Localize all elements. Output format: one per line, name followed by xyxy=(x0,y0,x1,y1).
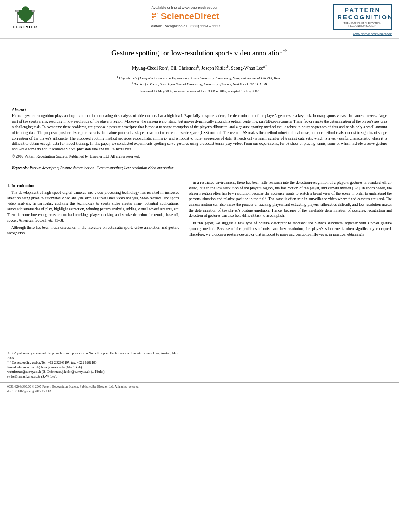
elsevier-label: ELSEVIER xyxy=(13,25,38,29)
paper-title: Gesture spotting for low-resolution spor… xyxy=(24,47,375,58)
email-values: mcroh@image.korea.ac.kr (M.-C. Roh), xyxy=(31,366,83,369)
footnote-emails: E-mail addresses: mcroh@image.korea.ac.k… xyxy=(7,365,179,370)
abstract-section: Abstract Human gesture recognition plays… xyxy=(0,104,399,162)
journal-info: Pattern Recognition 41 (2008) 1124 – 113… xyxy=(151,24,220,28)
footnote-emails-3: swlee@image.korea.ac.kr (S.-W. Lee). xyxy=(7,374,179,379)
footnote-corresponding: * * Corresponding author. Tel.: +82 2 32… xyxy=(7,360,179,365)
bottom-bar-issn: 0031-3203/$30.00 © 2007 Pattern Recognit… xyxy=(7,384,392,389)
footnote-star: ☆ ☆ A preliminary version of this paper … xyxy=(7,351,179,360)
available-online-text: Available online at www.sciencedirect.co… xyxy=(152,6,220,10)
keywords-text: Keywords: Posture descriptor; Posture de… xyxy=(12,165,387,171)
received-dates: Received 13 May 2006; received in revise… xyxy=(24,89,375,93)
sciencedirect-name: ScienceDirect xyxy=(161,11,220,22)
keywords-section: Keywords: Posture descriptor; Posture de… xyxy=(0,163,399,173)
intro-left-text: The development of high-speed digital ca… xyxy=(7,190,179,236)
title-star: ☆ xyxy=(283,48,288,54)
elsevier-tree-icon xyxy=(13,4,37,24)
two-column-body: 1. Introduction The development of high-… xyxy=(0,180,399,381)
elsevier-link[interactable]: www.elsevier.com/locate/pr xyxy=(353,32,392,36)
affiliation-a: aᵃDepartment of Computer Science and Eng… xyxy=(24,75,375,81)
abstract-title: Abstract xyxy=(12,107,387,112)
footnote-area: ☆ ☆ A preliminary version of this paper … xyxy=(7,349,179,381)
page: ELSEVIER Available online at www.science… xyxy=(0,0,399,532)
abstract-top-divider xyxy=(7,101,392,101)
header-right: PATTERNRECOGNITION THE JOURNAL OF THE PA… xyxy=(327,4,392,36)
bottom-bar-doi: doi:10.1016/j.patcog.2007.07.013 xyxy=(7,389,392,394)
svg-point-4 xyxy=(22,6,29,13)
keywords-values: Posture descriptor; Posture determinatio… xyxy=(30,166,174,170)
title-section: Gesture spotting for low-resolution spor… xyxy=(0,39,399,97)
intro-right-text: in a restricted environment, there has b… xyxy=(189,180,392,238)
abstract-text: Human gesture recognition plays an impor… xyxy=(12,113,387,152)
bottom-bar: 0031-3203/$30.00 © 2007 Pattern Recognit… xyxy=(0,382,399,396)
right-column: in a restricted environment, there has b… xyxy=(184,180,392,381)
pr-title: PATTERNRECOGNITION xyxy=(337,6,388,21)
footnote-emails-2: w.christmas@surrey.ac.uk (B. Christmas),… xyxy=(7,370,179,374)
header-center: Available online at www.sciencedirect.co… xyxy=(43,4,327,28)
pr-subtitle: THE JOURNAL OF THE PATTERN RECOGNITION S… xyxy=(337,22,388,27)
svg-point-6 xyxy=(15,10,19,12)
authors: Myung-Cheol Roha, Bill Christmasb, Josep… xyxy=(24,64,375,72)
section-1-header: 1. Introduction xyxy=(7,183,179,188)
affiliation-b: bᵇCenter for Vision, Speech, and Signal … xyxy=(24,81,375,87)
sd-dots-icon xyxy=(152,13,158,20)
email-label: E-mail addresses: xyxy=(7,366,30,369)
body-top-divider xyxy=(7,177,392,177)
affiliations: aᵃDepartment of Computer Science and Eng… xyxy=(24,75,375,87)
star-note-symbol: ☆ xyxy=(7,351,11,355)
svg-point-9 xyxy=(31,10,35,12)
left-column: 1. Introduction The development of high-… xyxy=(7,180,184,381)
copyright-text: © 2007 Pattern Recognition Society. Publ… xyxy=(12,154,387,160)
elsevier-logo: ELSEVIER xyxy=(7,4,43,29)
header: ELSEVIER Available online at www.science… xyxy=(0,0,399,39)
sciencedirect-logo: ScienceDirect xyxy=(152,11,220,22)
pattern-recognition-box: PATTERNRECOGNITION THE JOURNAL OF THE PA… xyxy=(333,4,392,30)
keywords-label: Keywords: xyxy=(12,166,29,170)
